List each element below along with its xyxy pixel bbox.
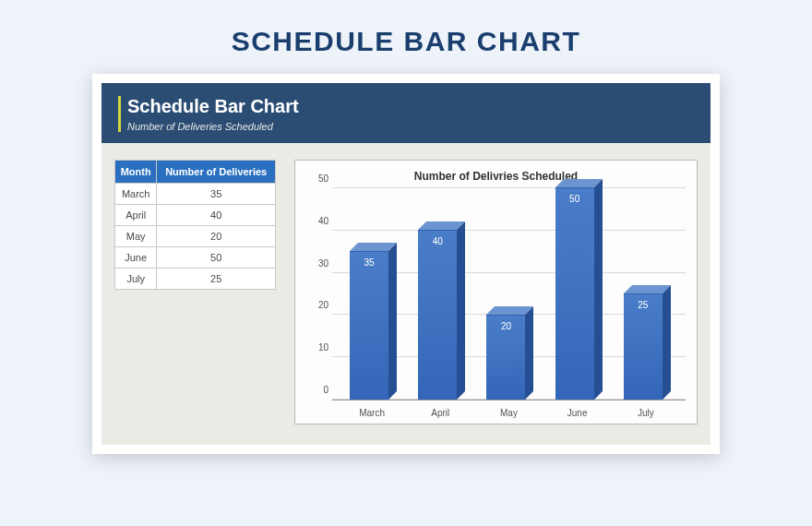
table-row: March35: [115, 184, 276, 205]
banner: Schedule Bar Chart Number of Deliveries …: [102, 83, 710, 143]
bar-value-label: 50: [555, 194, 594, 204]
chart-xaxis: MarchAprilMayJuneJuly: [332, 400, 686, 418]
chart-title: Number of Delivries Scheduled: [306, 170, 686, 183]
ytick-label: 30: [308, 257, 328, 268]
banner-accent: [118, 96, 121, 132]
cell-month: April: [115, 205, 157, 226]
cell-count: 25: [157, 269, 276, 290]
bar: 40: [413, 230, 467, 400]
ytick-label: 20: [308, 300, 328, 310]
cell-month: March: [115, 184, 157, 205]
cell-count: 35: [157, 184, 276, 205]
bar-value-label: 20: [486, 321, 525, 331]
col-header-count: Number of Deliveries: [157, 161, 276, 184]
banner-subtitle: Number of Deliveries Scheduled: [127, 121, 694, 132]
bar-value-label: 40: [418, 236, 457, 246]
bar: 50: [551, 187, 604, 400]
xtick-label: May: [482, 408, 535, 418]
table-row: July25: [115, 269, 276, 290]
table-header-row: Month Number of Deliveries: [115, 161, 276, 184]
ytick-label: 40: [308, 215, 328, 225]
bars-container: 3540205025: [332, 188, 686, 400]
template-card: Schedule Bar Chart Number of Deliveries …: [92, 74, 720, 454]
xtick-label: April: [413, 408, 467, 418]
bar: 20: [482, 315, 535, 400]
ytick-label: 10: [308, 342, 328, 353]
document: Schedule Bar Chart Number of Deliveries …: [102, 83, 710, 445]
table-row: May20: [115, 226, 276, 247]
cell-count: 40: [157, 205, 276, 226]
cell-month: June: [115, 247, 157, 269]
cell-month: July: [115, 269, 157, 290]
body: Month Number of Deliveries March35April4…: [102, 143, 710, 445]
cell-count: 20: [157, 226, 276, 247]
bar: 35: [345, 251, 399, 400]
table-row: April40: [115, 205, 276, 226]
bar-value-label: 25: [624, 300, 663, 310]
xtick-label: March: [345, 408, 399, 418]
xtick-label: June: [551, 408, 604, 418]
banner-title: Schedule Bar Chart: [127, 96, 694, 117]
col-header-month: Month: [115, 161, 157, 184]
ytick-label: 0: [308, 385, 328, 395]
xtick-label: July: [619, 408, 673, 418]
ytick-label: 50: [308, 173, 328, 184]
cell-count: 50: [157, 247, 276, 269]
bar: 25: [619, 293, 673, 400]
bar-value-label: 35: [350, 257, 388, 268]
table-row: June50: [115, 247, 276, 269]
cell-month: May: [115, 226, 157, 247]
page-title: SCHEDULE BAR CHART: [0, 0, 812, 74]
chart-plot: 010203040503540205025: [332, 188, 686, 400]
data-table-wrap: Month Number of Deliveries March35April4…: [114, 160, 276, 424]
data-table: Month Number of Deliveries March35April4…: [114, 160, 276, 290]
chart-area: Number of Delivries Scheduled 0102030405…: [294, 160, 698, 424]
